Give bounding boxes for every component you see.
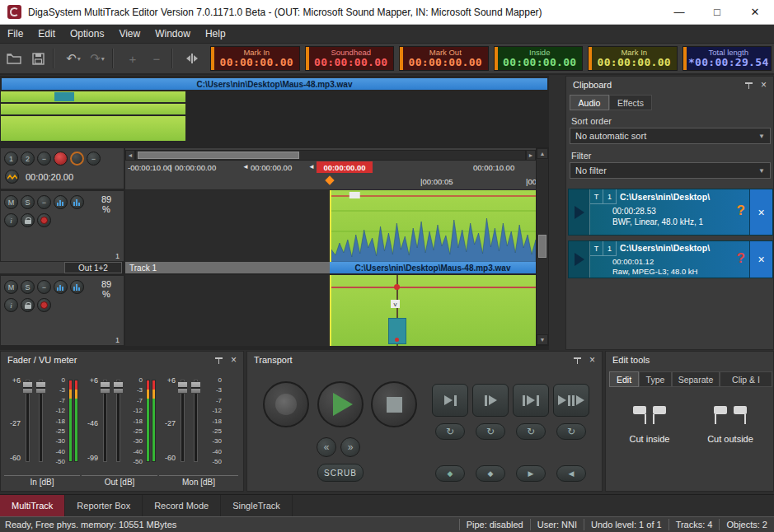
prev-marker-button[interactable]: ◀ [556, 465, 586, 482]
lock-button[interactable] [21, 298, 35, 312]
pin-icon[interactable] [574, 357, 581, 364]
record-arm-button[interactable] [37, 298, 51, 312]
add-marker-button[interactable]: ◆ [435, 465, 465, 482]
scroll-right-arrow[interactable]: ► [526, 150, 536, 161]
fader-handle[interactable] [190, 381, 201, 394]
pin-icon[interactable] [745, 82, 753, 89]
meter-button-1[interactable] [54, 280, 68, 294]
zoom-in-button[interactable]: + [123, 48, 143, 69]
panel-splitter[interactable] [549, 76, 565, 350]
clip-gain-line[interactable] [331, 287, 536, 288]
tab-audio[interactable]: Audio [570, 95, 609, 110]
timeline-minus-button[interactable]: − [37, 152, 51, 166]
lock-button[interactable] [21, 213, 35, 227]
meter-button-2[interactable] [70, 280, 84, 294]
scrub-button[interactable]: SCRUB [317, 464, 364, 482]
soundhead-marker-icon[interactable] [325, 175, 334, 184]
play-selection-button[interactable] [513, 384, 549, 417]
audio-clip[interactable] [330, 190, 536, 262]
menu-item[interactable]: Help [198, 26, 233, 42]
play-around-button[interactable] [553, 384, 589, 417]
zoom-out-button[interactable]: − [147, 48, 167, 69]
timeline-record-button[interactable] [54, 152, 68, 166]
track2-lane[interactable]: v [125, 275, 536, 346]
wave-zoom-button[interactable] [5, 170, 19, 184]
info-button[interactable]: i [4, 298, 18, 312]
loop-button-3[interactable]: ↻ [516, 423, 546, 440]
tab-separate[interactable]: Separate [672, 371, 720, 387]
close-icon[interactable]: × [231, 355, 237, 365]
menu-item[interactable]: Window [148, 26, 198, 42]
fader-handle[interactable] [35, 381, 46, 394]
tab-record-mode[interactable]: Record Mode [143, 495, 221, 516]
vertical-scrollbar-thumb[interactable] [538, 235, 546, 258]
overview-file-bar[interactable]: C:\Users\nin\Desktop\Maus-48.mp3.wav [2, 78, 547, 90]
menu-item[interactable]: Options [63, 26, 111, 42]
next-marker-button[interactable]: ▶ [516, 465, 546, 482]
scroll-down-arrow[interactable]: ▼ [537, 334, 548, 345]
remove-item-button[interactable]: × [749, 241, 772, 278]
snap-button[interactable] [182, 48, 202, 69]
stop-button[interactable] [371, 381, 417, 427]
tab-clip[interactable]: Clip & I [720, 371, 772, 387]
scroll-up-arrow[interactable]: ▲ [537, 148, 548, 159]
timeline-ruler[interactable]: ◄ ► -00:00:10.00 | 00:00:00.00 ◄ 00:00:0… [125, 147, 536, 189]
open-file-button[interactable] [4, 48, 24, 69]
forward-button[interactable]: » [340, 437, 360, 457]
solo-button[interactable]: S [21, 280, 35, 294]
timeline-button-1[interactable]: 1 [4, 152, 18, 166]
save-button[interactable] [28, 48, 48, 69]
remove-item-button[interactable]: × [749, 189, 772, 235]
filter-select[interactable]: No filter ▼ [570, 162, 771, 179]
record-button[interactable] [263, 381, 309, 427]
cut-inside-button[interactable]: Cut inside [611, 394, 688, 464]
remove-button[interactable]: − [37, 195, 51, 209]
fader-handle[interactable] [113, 381, 124, 394]
marker-button[interactable]: ◆ [476, 465, 505, 482]
play-to-mark-button[interactable] [432, 384, 468, 417]
record-arm-button[interactable] [37, 213, 51, 227]
scroll-left-arrow[interactable]: ◄ [125, 150, 135, 161]
close-icon[interactable]: × [761, 80, 767, 90]
edit-point-handle[interactable] [395, 338, 399, 342]
menu-item[interactable]: Edit [30, 26, 63, 42]
play-button[interactable] [317, 381, 364, 427]
overview-waveform-bar-2[interactable] [1, 104, 185, 114]
sort-order-select[interactable]: No automatic sort ▼ [570, 128, 771, 144]
minimize-button[interactable]: — [660, 0, 698, 24]
horizontal-scrollbar[interactable] [135, 150, 526, 161]
horizontal-scrollbar-thumb[interactable] [138, 152, 299, 159]
timeline-clear-button[interactable]: − [87, 152, 101, 166]
pin-icon[interactable] [215, 357, 223, 364]
overview-waveform-bar-1[interactable] [1, 91, 185, 102]
meter-button-1[interactable] [54, 195, 68, 209]
tab-reporter-box[interactable]: Reporter Box [65, 495, 143, 516]
play-from-mark-button[interactable] [472, 384, 509, 417]
timeline-button-2[interactable]: 2 [21, 152, 35, 166]
tab-multitrack[interactable]: MultiTrack [0, 495, 65, 516]
tab-singletrack[interactable]: SingleTrack [221, 495, 293, 516]
clipboard-item[interactable]: T 1 C:\Users\nin\Desktop\ 00:00:01.12 Ra… [568, 240, 773, 278]
solo-button[interactable]: S [21, 195, 35, 209]
clip-title-bar[interactable]: C:\Users\nin\Desktop\Maus-48.mp3.wav [330, 262, 536, 273]
tab-effects[interactable]: Effects [609, 95, 652, 110]
clipboard-item[interactable]: T 1 C:\Users\nin\Desktop\ 00:00:28.53 BW… [568, 189, 773, 236]
tab-type[interactable]: Type [639, 371, 672, 387]
redo-button[interactable]: ↷ ▾ [87, 48, 107, 69]
remove-button[interactable]: − [37, 280, 51, 294]
edit-point-handle[interactable] [394, 284, 400, 290]
mute-button[interactable]: M [4, 280, 18, 294]
rewind-button[interactable]: « [317, 437, 336, 457]
audio-clip[interactable]: v [330, 275, 536, 346]
mute-button[interactable]: M [4, 195, 18, 209]
loop-button-2[interactable]: ↻ [476, 423, 505, 440]
info-button[interactable]: i [4, 213, 18, 227]
timeline-loop-button[interactable] [70, 152, 84, 166]
track-name-label[interactable]: Track 1 [125, 262, 330, 273]
maximize-button[interactable]: □ [698, 0, 736, 24]
fader-handle[interactable] [177, 381, 188, 394]
track1-lane[interactable] [125, 190, 536, 262]
play-clip-button[interactable] [569, 241, 590, 278]
output-selector[interactable]: Out 1+2 [64, 262, 122, 273]
play-clip-button[interactable] [569, 189, 590, 235]
